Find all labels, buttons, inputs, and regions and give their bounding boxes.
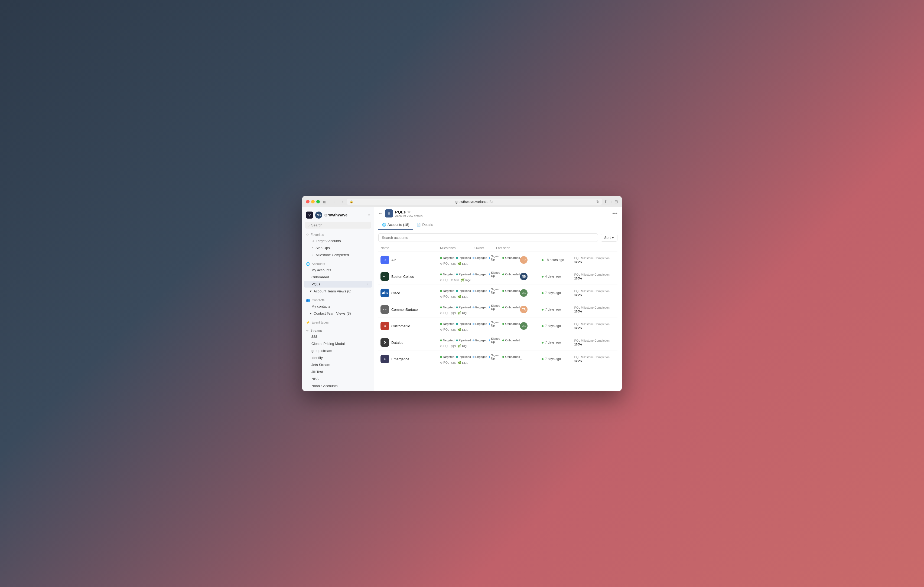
tab-bar: 🌐 Accounts (18) 📄 Details xyxy=(374,220,622,230)
share-button[interactable]: ⬆ xyxy=(604,199,608,204)
account-name-cell-customerio[interactable]: C Customer.io xyxy=(381,322,440,330)
favorites-section[interactable]: ☆ Favorites xyxy=(302,231,374,237)
last-seen-cisco: 7 days ago xyxy=(541,291,574,295)
avatar-emergence: E xyxy=(381,355,389,363)
milestones-bc: Targeted Pipelined Engaged Signed Up Onb… xyxy=(440,271,520,282)
browser-window: ⊞ ← → 🔒 growthwave.variance.fun ↻ ⬆ + ⊞ … xyxy=(302,196,622,391)
account-name-cell-bc[interactable]: BC Boston Celtics xyxy=(381,272,440,281)
grid-button[interactable]: ⊞ xyxy=(614,199,618,204)
workspace-name: GrowthWave xyxy=(324,213,366,217)
reload-button[interactable]: ↻ xyxy=(596,200,599,204)
tab-accounts[interactable]: 🌐 Accounts (18) xyxy=(378,220,413,230)
favorite-star-icon[interactable]: ☆ xyxy=(407,210,411,214)
maximize-button[interactable] xyxy=(316,200,320,204)
tab-details[interactable]: 📄 Details xyxy=(413,220,437,230)
sidebar-item-contact-team-views[interactable]: ▾ Contact Team Views (3) xyxy=(304,310,372,317)
sidebar-item-closed-pricing-modal[interactable]: Closed Pricing Modal xyxy=(304,340,372,347)
more-options-button[interactable]: ••• xyxy=(612,211,617,216)
sidebar-item-group-stream[interactable]: group stream xyxy=(304,347,372,354)
sidebar-item-onboarded[interactable]: Onboarded xyxy=(304,274,372,281)
workspace-badge: NB xyxy=(315,212,322,219)
accounts-tab-label: Accounts (18) xyxy=(388,223,409,227)
sidebar-item-milestone-completed[interactable]: ✓ Milestone Completed xyxy=(304,252,372,258)
jets-stream-label: Jets Stream xyxy=(312,363,330,367)
sidebar-item-noahs-milestones[interactable]: Noah's Milestones xyxy=(304,390,372,391)
sidebar-search-bar[interactable]: ⌕ xyxy=(305,222,371,229)
account-name-cell-emergence[interactable]: E Emergence xyxy=(381,355,440,363)
account-name-cisco: Cisco xyxy=(391,291,400,295)
sidebar-item-money-stream[interactable]: $$$ xyxy=(304,333,372,340)
last-seen-commonsurface: 7 days ago xyxy=(541,307,574,311)
accounts-section-label: Accounts xyxy=(312,262,325,266)
workspace-chevron-icon[interactable]: ▾ xyxy=(368,214,370,217)
account-name-cell-commonsurface[interactable]: CS CommonSurface xyxy=(381,305,440,314)
target-accounts-label: Target Accounts xyxy=(316,239,341,243)
owner-avatar-commonsurface: TR xyxy=(520,306,528,313)
back-button[interactable]: ← xyxy=(332,199,338,204)
sort-button[interactable]: Sort ▾ xyxy=(601,234,617,242)
sidebar-item-account-team-views[interactable]: ▾ Account Team Views (6) xyxy=(304,288,372,294)
contacts-section[interactable]: 👥 Contacts xyxy=(302,297,374,303)
contact-team-views-label: Contact Team Views (3) xyxy=(314,311,351,316)
col-milestone xyxy=(529,246,588,250)
lock-icon: 🔒 xyxy=(350,200,353,204)
accounts-section[interactable]: 🌐 Accounts xyxy=(302,260,374,266)
owner-cell-customerio: JG xyxy=(520,322,541,330)
view-subtitle-text: Account View details xyxy=(395,214,610,217)
view-title-text: PQLs xyxy=(395,210,406,214)
new-tab-button[interactable]: + xyxy=(610,199,612,204)
my-accounts-label: My accounts xyxy=(312,268,331,272)
sort-label: Sort xyxy=(604,236,610,240)
last-seen-customerio: 7 days ago xyxy=(541,324,574,328)
sidebar-item-jets-stream[interactable]: Jets Stream xyxy=(304,362,372,368)
table-row: BC Boston Celtics Targeted Pipelined Eng… xyxy=(378,268,617,285)
jill-test-label: Jill Test xyxy=(312,370,323,374)
table-row: CS CommonSurface Targeted Pipelined Enga… xyxy=(378,301,617,318)
back-nav-button[interactable]: ← xyxy=(378,211,383,216)
search-accounts-input[interactable] xyxy=(378,233,598,242)
avatar-dataled: D xyxy=(381,338,389,347)
app-logo: V xyxy=(306,212,313,219)
event-types-section[interactable]: ⚡ Event types xyxy=(302,319,374,325)
account-name-cell-cisco[interactable]: Cisco xyxy=(381,289,440,297)
owner-dash-emergence: -- xyxy=(520,357,522,361)
account-name-cell-air[interactable]: ✈ Air xyxy=(381,256,440,264)
main-content: ← ⊟ PQLs ☆ Account View details ••• 🌐 xyxy=(374,207,622,391)
sidebar-item-nba[interactable]: NBA xyxy=(304,375,372,382)
sidebar-item-noahs-accounts[interactable]: Noah's Accounts xyxy=(304,383,372,389)
owner-cell-dataled: -- xyxy=(520,340,541,345)
milestones-commonsurface: Targeted Pipelined Engaged Signed Up Onb… xyxy=(440,304,520,315)
col-milestones: Milestones xyxy=(440,246,474,250)
url-text: growthwave.variance.fun xyxy=(355,200,595,204)
sidebar-item-sign-ups[interactable]: ∧ Sign Ups xyxy=(304,245,372,251)
avatar-customerio: C xyxy=(381,322,389,330)
last-seen-air: ~8 hours ago xyxy=(541,258,574,262)
pqls-label: PQLs xyxy=(312,282,320,286)
sign-ups-label: Sign Ups xyxy=(315,246,330,250)
owner-avatar-bc: NB xyxy=(520,273,528,280)
sidebar-item-my-contacts[interactable]: My contacts xyxy=(304,303,372,310)
owner-cell-emergence: -- xyxy=(520,357,541,361)
search-sort-row: Sort ▾ xyxy=(378,233,617,242)
details-tab-label: Details xyxy=(422,223,433,227)
account-name-emergence: Emergence xyxy=(391,357,409,361)
sidebar-item-my-accounts[interactable]: My accounts xyxy=(304,267,372,273)
sidebar-item-pqls[interactable]: PQLs › xyxy=(304,281,372,288)
last-seen-emergence: 7 days ago xyxy=(541,357,574,361)
streams-section[interactable]: ∿ Streams xyxy=(302,327,374,333)
sidebar-toggle-button[interactable]: ⊞ xyxy=(322,199,327,204)
owner-cell-air: TR xyxy=(520,256,541,264)
minimize-button[interactable] xyxy=(311,200,315,204)
search-input[interactable] xyxy=(311,223,368,227)
sidebar-header: V NB GrowthWave ▾ xyxy=(302,210,374,222)
sidebar-item-jill-test[interactable]: Jill Test xyxy=(304,368,372,375)
address-bar[interactable]: 🔒 growthwave.variance.fun ↻ xyxy=(347,199,602,205)
sidebar-item-identify[interactable]: Identify xyxy=(304,354,372,361)
sidebar-item-target-accounts[interactable]: ⊡ Target Accounts xyxy=(304,237,372,244)
forward-button[interactable]: → xyxy=(339,199,345,204)
close-button[interactable] xyxy=(306,200,310,204)
identify-label: Identify xyxy=(312,356,323,360)
table-row: ✈ Air Targeted Pipelined Engaged Signed … xyxy=(378,252,617,268)
account-name-cell-dataled[interactable]: D Dataled xyxy=(381,338,440,347)
owner-cell-cisco: JG xyxy=(520,289,541,297)
